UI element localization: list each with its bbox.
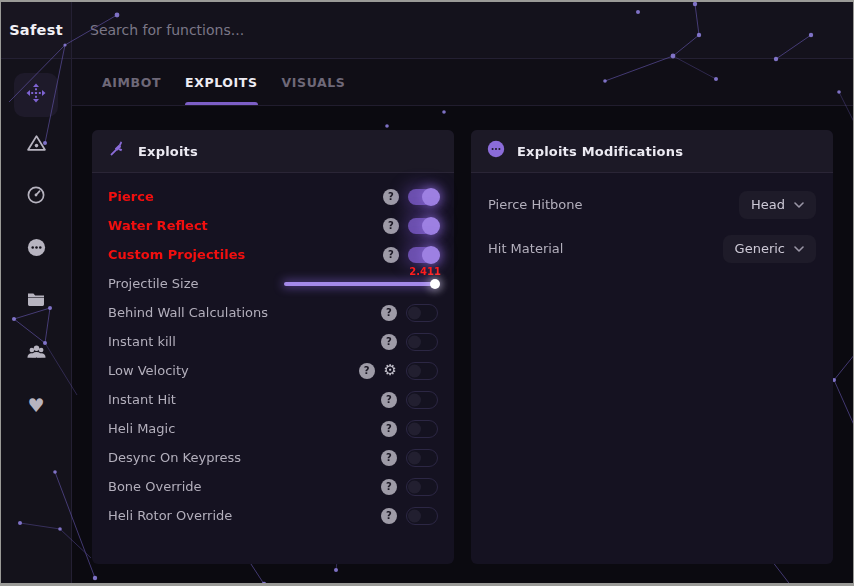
toggle-row: Bone Override?	[108, 472, 438, 501]
app-window: Safest	[1, 2, 853, 583]
toggle-row: Pierce?	[108, 182, 438, 211]
search-input[interactable]	[72, 22, 853, 38]
projectile-size-slider[interactable]: 2.411	[284, 282, 438, 286]
folder-icon	[26, 289, 46, 313]
modification-row: Pierce HitboneHead	[488, 190, 816, 219]
row-label-pierce-hitbone: Pierce Hitbone	[488, 197, 582, 212]
sidebar-item-gauge[interactable]	[25, 186, 47, 208]
eye-triangle-icon	[26, 133, 47, 158]
help-icon[interactable]: ?	[381, 421, 397, 437]
dropdown-pierce-hitbone[interactable]: Head	[739, 191, 816, 219]
help-icon[interactable]: ?	[381, 305, 397, 321]
main-area: Exploits Pierce?Water Reflect?Custom Pro…	[72, 106, 853, 583]
exploits-panel: Exploits Pierce?Water Reflect?Custom Pro…	[92, 130, 454, 564]
toggle-instant-kill[interactable]	[406, 333, 438, 351]
toggle-custom-projectiles[interactable]	[408, 247, 438, 263]
toggle-heli-magic[interactable]	[406, 420, 438, 438]
toggle-knob	[422, 188, 440, 206]
slider-row: Projectile Size2.411	[108, 269, 438, 298]
sidebar-item-players[interactable]	[25, 342, 47, 364]
row-label-instant-kill: Instant kill	[108, 334, 176, 349]
toggle-knob	[422, 246, 440, 264]
toggle-knob	[408, 335, 421, 348]
search-bar	[72, 2, 853, 58]
row-label-water-reflect: Water Reflect	[108, 218, 208, 233]
help-icon[interactable]: ?	[381, 508, 397, 524]
help-icon[interactable]: ?	[381, 450, 397, 466]
row-label-heli-magic: Heli Magic	[108, 421, 175, 436]
row-label-pierce: Pierce	[108, 189, 154, 204]
row-label-heli-rotor-override: Heli Rotor Override	[108, 508, 232, 523]
toggle-knob	[408, 480, 421, 493]
sidebar-item-favorites[interactable]: ♥	[25, 394, 47, 416]
sidebar-item-visuals[interactable]	[25, 134, 47, 156]
top-bar: Safest	[1, 2, 853, 59]
modification-row: Hit MaterialGeneric	[488, 234, 816, 263]
face-dots-icon	[26, 237, 47, 262]
toggle-row: Instant Hit?	[108, 385, 438, 414]
sidebar: ♥	[1, 59, 72, 583]
row-label-bone-override: Bone Override	[108, 479, 202, 494]
toggle-behind-wall-calculations[interactable]	[406, 304, 438, 322]
toggle-knob	[408, 509, 421, 522]
toggle-bone-override[interactable]	[406, 478, 438, 496]
toggle-row: Instant kill?	[108, 327, 438, 356]
sidebar-item-move-tool[interactable]	[14, 73, 58, 117]
help-icon[interactable]: ?	[359, 363, 375, 379]
toggle-row: Water Reflect?	[108, 211, 438, 240]
group-icon	[26, 341, 47, 366]
modification-rows: Pierce HitboneHeadHit MaterialGeneric	[471, 173, 833, 263]
gear-icon[interactable]: ⚙	[384, 363, 397, 378]
modifications-panel-title: Exploits Modifications	[517, 144, 683, 159]
toggle-desync-on-keypress[interactable]	[406, 449, 438, 467]
tab-exploits[interactable]: EXPLOITS	[185, 59, 257, 105]
toggle-low-velocity[interactable]	[406, 362, 438, 380]
help-icon[interactable]: ?	[383, 247, 399, 263]
toggle-knob	[408, 422, 421, 435]
toggle-knob	[408, 393, 421, 406]
help-icon[interactable]: ?	[381, 392, 397, 408]
toggle-row: Desync On Keypress?	[108, 443, 438, 472]
exploits-panel-title: Exploits	[138, 144, 198, 159]
sidebar-icons: ♥	[25, 134, 47, 416]
slider-knob[interactable]	[430, 279, 440, 289]
toggle-row: Heli Magic?	[108, 414, 438, 443]
dropdown-value: Head	[751, 197, 785, 212]
modifications-panel: Exploits Modifications Pierce HitboneHea…	[471, 130, 833, 564]
exploits-rows: Pierce?Water Reflect?Custom Projectiles?…	[92, 173, 454, 530]
help-icon[interactable]: ?	[381, 479, 397, 495]
gauge-icon	[26, 185, 46, 209]
face-icon	[487, 140, 505, 162]
row-label-low-velocity: Low Velocity	[108, 363, 189, 378]
toggle-row: Heli Rotor Override?	[108, 501, 438, 530]
help-icon[interactable]: ?	[383, 189, 399, 205]
toggle-instant-hit[interactable]	[406, 391, 438, 409]
brand-title: Safest	[9, 22, 63, 38]
dropdown-hit-material[interactable]: Generic	[723, 235, 816, 263]
toggle-row: Low Velocity?⚙	[108, 356, 438, 385]
heart-icon: ♥	[27, 396, 44, 415]
tab-bar: AIMBOTEXPLOITSVISUALS	[72, 59, 853, 106]
toggle-pierce[interactable]	[408, 189, 438, 205]
sidebar-item-misc[interactable]	[25, 238, 47, 260]
tab-aimbot[interactable]: AIMBOT	[102, 59, 161, 105]
brand-box: Safest	[1, 2, 72, 58]
help-icon[interactable]: ?	[381, 334, 397, 350]
row-label-desync-on-keypress: Desync On Keypress	[108, 450, 241, 465]
row-label-custom-projectiles: Custom Projectiles	[108, 247, 245, 262]
exploits-panel-header: Exploits	[92, 130, 454, 173]
sidebar-item-files[interactable]	[25, 290, 47, 312]
chevron-down-icon	[794, 202, 804, 208]
toggle-heli-rotor-override[interactable]	[406, 507, 438, 525]
tab-visuals[interactable]: VISUALS	[282, 59, 346, 105]
modifications-panel-header: Exploits Modifications	[471, 130, 833, 173]
toggle-knob	[408, 306, 421, 319]
toggle-knob	[408, 364, 421, 377]
slider-value: 2.411	[409, 266, 441, 277]
help-icon[interactable]: ?	[383, 218, 399, 234]
toggle-water-reflect[interactable]	[408, 218, 438, 234]
row-label-instant-hit: Instant Hit	[108, 392, 176, 407]
dropdown-value: Generic	[735, 241, 785, 256]
move-crosshair-icon	[25, 82, 47, 108]
toggle-row: Custom Projectiles?	[108, 240, 438, 269]
